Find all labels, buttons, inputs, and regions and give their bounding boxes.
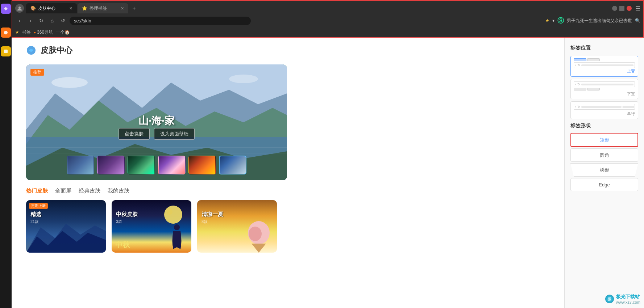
hero-title: 山·海·家 [138, 114, 175, 128]
skin-card-qingliang[interactable]: 清凉一夏 8款 [197, 200, 277, 253]
thumb-4[interactable] [158, 156, 186, 174]
sidebar [0, 0, 12, 308]
minimize-btn[interactable] [612, 6, 617, 11]
sidebar-icon-orange[interactable] [1, 28, 11, 38]
dropdown-icon[interactable]: ▾ [552, 18, 554, 23]
svg-point-17 [174, 224, 180, 230]
svg-point-15 [164, 206, 182, 224]
nav-bar: ‹ › ↻ ⌂ ↺ se://skin ★ ▾ Ⓢ 男子九死一生逃出缅甸父亲已去… [12, 14, 643, 28]
news-text: 男子九死一生逃出缅甸父亲已去世 [567, 18, 632, 24]
tab-bar: 🎨 皮肤中心 ✕ ⭐ 整理书签 ✕ + ☰ [12, 1, 643, 14]
bookmark-label: 书签 [22, 29, 31, 35]
shape-rounded-label: 圆角 [600, 152, 609, 158]
close-btn[interactable] [627, 6, 632, 11]
tab1-title: 皮肤中心 [38, 5, 55, 12]
s-icon: Ⓢ [557, 16, 564, 25]
tab1-close-icon[interactable]: ✕ [69, 6, 72, 11]
svg-point-0 [4, 31, 8, 34]
back-button[interactable]: ‹ [15, 16, 24, 25]
main-content: 皮肤中心 [12, 38, 564, 308]
thumb-5[interactable] [188, 156, 216, 174]
shape-rounded[interactable]: 圆角 [570, 148, 638, 162]
tab2-favicon: ⭐ [82, 6, 87, 11]
tab-pos-bottom[interactable]: ‹ ↻ 下置 [570, 79, 638, 99]
hero-buttons: 点击换肤 设为桌面壁纸 [119, 128, 195, 140]
cat-full[interactable]: 全面屏 [55, 187, 71, 194]
svg-point-9 [51, 77, 88, 88]
tab-pos-bottom-label: 下置 [627, 91, 635, 97]
skin-card-count-2: 3款 [116, 219, 122, 224]
thumb-3[interactable] [128, 156, 155, 174]
tab-pos-top[interactable]: ‹ ↻ 上置 [570, 56, 638, 77]
tab-position-title: 标签位置 [570, 45, 638, 51]
skin-card-zhongqiu[interactable]: 中秋皮肤 3款 中秋 [112, 200, 191, 253]
card3-icecream [244, 216, 273, 253]
sidebar-icon-purple[interactable] [1, 4, 11, 14]
profile-avatar[interactable] [15, 4, 24, 13]
tab-pos-single-label: 单行 [627, 111, 635, 117]
cat-my[interactable]: 我的皮肤 [108, 187, 129, 194]
tab-pos-top-label: 上置 [627, 69, 635, 74]
history-button[interactable]: ↺ [59, 16, 67, 25]
watermark-text: 极光下载站 www.xz7.com [616, 294, 640, 304]
home-bookmark[interactable]: 一个🏠 [56, 29, 70, 35]
shape-edge[interactable]: Edge [570, 178, 638, 191]
address-text: se://skin [74, 18, 91, 24]
skin-card-title-3: 清凉一夏 [201, 211, 223, 218]
tab-skin-center[interactable]: 🎨 皮肤中心 ✕ [26, 3, 77, 13]
shape-trapezoid-label: 梯形 [600, 167, 609, 173]
address-bar[interactable]: se://skin [70, 17, 251, 25]
menu-icon[interactable]: ☰ [635, 5, 640, 12]
skin-card-title-2: 中秋皮肤 [116, 211, 138, 218]
card2-moon [162, 204, 184, 225]
window-controls: ☰ [612, 5, 640, 12]
thumb-2[interactable] [97, 156, 125, 174]
svg-point-16 [167, 209, 173, 215]
skin-card-title-1: 精选 [30, 211, 41, 218]
page-content: 皮肤中心 [12, 38, 644, 308]
watermark: 极 极光下载站 www.xz7.com [605, 294, 640, 304]
reload-button[interactable]: ↻ [37, 16, 46, 25]
cat-hot[interactable]: 热门皮肤 [26, 187, 48, 194]
tab1-favicon: 🎨 [30, 6, 36, 11]
new-tab-button[interactable]: + [129, 3, 139, 13]
360-nav-bookmark[interactable]: ● 360导航 [34, 29, 53, 35]
star-icon[interactable]: ★ [545, 18, 549, 23]
shape-rect[interactable]: 矩形 [570, 133, 638, 147]
card2-figure [168, 224, 186, 253]
skin-categories: 热门皮肤 全面屏 经典皮肤 我的皮肤 [26, 187, 550, 194]
apply-skin-button[interactable]: 点击换肤 [119, 128, 150, 140]
bookmarks-bar: ★ 书签 ● 360导航 一个🏠 [12, 28, 643, 37]
tab2-title: 整理书签 [90, 5, 107, 12]
thumb-6[interactable] [219, 156, 246, 174]
page-title: 皮肤中心 [41, 45, 72, 56]
page-logo [26, 45, 36, 55]
maximize-btn[interactable] [619, 6, 624, 11]
shape-edge-label: Edge [599, 182, 610, 187]
nav-right-area: ★ ▾ Ⓢ 男子九死一生逃出缅甸父亲已去世 🔍 [545, 16, 640, 25]
set-wallpaper-button[interactable]: 设为桌面壁纸 [154, 128, 195, 140]
skin-cards: 定期上新 精选 21款 中秋皮肤 3款 [26, 200, 550, 253]
page-title-row: 皮肤中心 [26, 45, 550, 56]
skin-card-jingxuan[interactable]: 定期上新 精选 21款 [26, 200, 106, 253]
right-panel: 标签位置 ‹ ↻ 上置 [564, 38, 644, 308]
cat-classic[interactable]: 经典皮肤 [79, 187, 100, 194]
thumb-1[interactable] [67, 156, 94, 174]
hero-banner: 推荐 山·海·家 点击换肤 设为桌面壁纸 [26, 64, 287, 180]
svg-point-19 [249, 227, 262, 241]
tab2-close-icon[interactable]: ✕ [121, 6, 124, 11]
tab-bookmarks[interactable]: ⭐ 整理书签 ✕ [78, 3, 128, 13]
card1-illustration [26, 221, 106, 253]
search-icon[interactable]: 🔍 [635, 18, 640, 23]
sidebar-icon-yellow[interactable] [1, 46, 11, 56]
hero-badge: 推荐 [30, 69, 44, 76]
hero-thumbnails [67, 156, 246, 174]
watermark-logo: 极 [605, 295, 614, 303]
browser-window: 🎨 皮肤中心 ✕ ⭐ 整理书签 ✕ + ☰ [12, 0, 644, 308]
home-button[interactable]: ⌂ [48, 16, 57, 25]
skin-card-badge-1: 定期上新 [29, 203, 48, 209]
skin-card-count-3: 8款 [201, 219, 208, 224]
tab-pos-single[interactable]: ‹ ↻ 单行 [570, 101, 638, 119]
forward-button[interactable]: › [26, 16, 35, 25]
shape-trapezoid[interactable]: 梯形 [570, 163, 638, 177]
